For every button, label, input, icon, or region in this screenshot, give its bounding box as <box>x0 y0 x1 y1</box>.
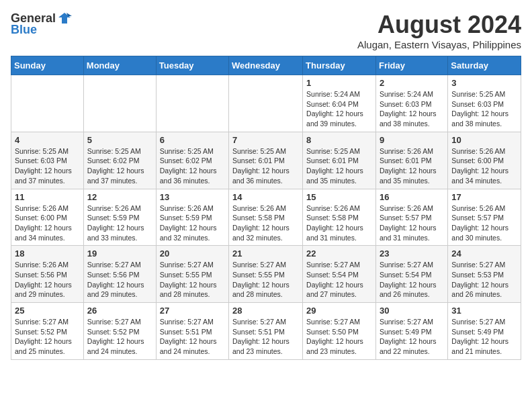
day-info: Sunrise: 5:27 AM Sunset: 5:51 PM Dayligh… <box>160 317 225 357</box>
header-wednesday: Wednesday <box>229 56 303 75</box>
day-info: Sunrise: 5:26 AM Sunset: 5:56 PM Dayligh… <box>15 260 80 300</box>
calendar-cell: 18Sunrise: 5:26 AM Sunset: 5:56 PM Dayli… <box>11 246 84 303</box>
calendar-cell: 15Sunrise: 5:26 AM Sunset: 5:58 PM Dayli… <box>303 189 376 246</box>
calendar-cell: 17Sunrise: 5:26 AM Sunset: 5:57 PM Dayli… <box>448 189 521 246</box>
day-number: 20 <box>160 248 225 259</box>
calendar-subtitle: Alugan, Eastern Visayas, Philippines <box>357 39 521 50</box>
calendar-week-row: 11Sunrise: 5:26 AM Sunset: 6:00 PM Dayli… <box>11 189 521 246</box>
day-info: Sunrise: 5:26 AM Sunset: 5:58 PM Dayligh… <box>306 203 372 243</box>
calendar-cell: 26Sunrise: 5:27 AM Sunset: 5:52 PM Dayli… <box>83 303 156 360</box>
calendar-cell: 22Sunrise: 5:27 AM Sunset: 5:54 PM Dayli… <box>303 246 376 303</box>
day-number: 11 <box>15 192 80 202</box>
day-info: Sunrise: 5:26 AM Sunset: 6:00 PM Dayligh… <box>15 203 80 243</box>
day-number: 23 <box>380 248 444 259</box>
day-number: 10 <box>451 135 517 145</box>
day-info: Sunrise: 5:26 AM Sunset: 5:57 PM Dayligh… <box>451 203 517 243</box>
day-info: Sunrise: 5:27 AM Sunset: 5:49 PM Dayligh… <box>451 317 517 357</box>
calendar-cell: 12Sunrise: 5:26 AM Sunset: 5:59 PM Dayli… <box>83 189 156 246</box>
calendar-cell <box>11 75 84 132</box>
day-info: Sunrise: 5:27 AM Sunset: 5:53 PM Dayligh… <box>451 260 517 300</box>
calendar-cell: 27Sunrise: 5:27 AM Sunset: 5:51 PM Dayli… <box>156 303 228 360</box>
day-number: 4 <box>15 135 80 145</box>
day-number: 29 <box>306 306 372 316</box>
day-number: 26 <box>87 306 152 316</box>
calendar-cell <box>156 75 228 132</box>
day-number: 6 <box>160 135 225 145</box>
day-info: Sunrise: 5:24 AM Sunset: 6:03 PM Dayligh… <box>380 89 444 129</box>
day-info: Sunrise: 5:27 AM Sunset: 5:54 PM Dayligh… <box>306 260 372 300</box>
day-info: Sunrise: 5:27 AM Sunset: 5:56 PM Dayligh… <box>87 260 152 300</box>
day-number: 17 <box>451 192 517 202</box>
calendar-week-row: 18Sunrise: 5:26 AM Sunset: 5:56 PM Dayli… <box>11 246 521 303</box>
day-number: 30 <box>380 306 444 316</box>
calendar-cell: 23Sunrise: 5:27 AM Sunset: 5:54 PM Dayli… <box>375 246 447 303</box>
day-info: Sunrise: 5:25 AM Sunset: 6:02 PM Dayligh… <box>87 146 152 186</box>
header-saturday: Saturday <box>448 56 521 75</box>
day-info: Sunrise: 5:26 AM Sunset: 6:00 PM Dayligh… <box>451 146 517 186</box>
calendar-cell: 31Sunrise: 5:27 AM Sunset: 5:49 PM Dayli… <box>448 303 521 360</box>
day-number: 13 <box>160 192 225 202</box>
day-info: Sunrise: 5:24 AM Sunset: 6:04 PM Dayligh… <box>306 89 372 129</box>
calendar-cell: 2Sunrise: 5:24 AM Sunset: 6:03 PM Daylig… <box>375 75 447 132</box>
calendar-cell: 7Sunrise: 5:25 AM Sunset: 6:01 PM Daylig… <box>229 132 303 189</box>
calendar-cell: 6Sunrise: 5:25 AM Sunset: 6:02 PM Daylig… <box>156 132 228 189</box>
calendar-cell: 8Sunrise: 5:25 AM Sunset: 6:01 PM Daylig… <box>303 132 376 189</box>
logo: General Blue <box>11 11 72 37</box>
calendar-cell <box>229 75 303 132</box>
calendar-cell: 24Sunrise: 5:27 AM Sunset: 5:53 PM Dayli… <box>448 246 521 303</box>
calendar-cell: 14Sunrise: 5:26 AM Sunset: 5:58 PM Dayli… <box>229 189 303 246</box>
day-number: 18 <box>15 248 80 259</box>
day-number: 8 <box>306 135 372 145</box>
day-info: Sunrise: 5:27 AM Sunset: 5:49 PM Dayligh… <box>380 317 444 357</box>
day-info: Sunrise: 5:27 AM Sunset: 5:52 PM Dayligh… <box>87 317 152 357</box>
calendar-cell: 16Sunrise: 5:26 AM Sunset: 5:57 PM Dayli… <box>375 189 447 246</box>
calendar-week-row: 4Sunrise: 5:25 AM Sunset: 6:03 PM Daylig… <box>11 132 521 189</box>
day-number: 5 <box>87 135 152 145</box>
day-number: 27 <box>160 306 225 316</box>
day-number: 21 <box>232 248 299 259</box>
logo-blue: Blue <box>11 23 37 37</box>
header-sunday: Sunday <box>11 56 84 75</box>
calendar-cell: 28Sunrise: 5:27 AM Sunset: 5:51 PM Dayli… <box>229 303 303 360</box>
calendar-table: SundayMondayTuesdayWednesdayThursdayFrid… <box>11 56 521 360</box>
calendar-cell: 5Sunrise: 5:25 AM Sunset: 6:02 PM Daylig… <box>83 132 156 189</box>
calendar-cell: 21Sunrise: 5:27 AM Sunset: 5:55 PM Dayli… <box>229 246 303 303</box>
calendar-cell: 19Sunrise: 5:27 AM Sunset: 5:56 PM Dayli… <box>83 246 156 303</box>
day-number: 1 <box>306 78 372 88</box>
calendar-cell: 20Sunrise: 5:27 AM Sunset: 5:55 PM Dayli… <box>156 246 228 303</box>
day-number: 9 <box>380 135 444 145</box>
day-info: Sunrise: 5:25 AM Sunset: 6:02 PM Dayligh… <box>160 146 225 186</box>
day-number: 28 <box>232 306 299 316</box>
logo-bird-icon <box>57 11 72 26</box>
day-info: Sunrise: 5:25 AM Sunset: 6:01 PM Dayligh… <box>306 146 372 186</box>
day-info: Sunrise: 5:26 AM Sunset: 6:01 PM Dayligh… <box>380 146 444 186</box>
day-info: Sunrise: 5:26 AM Sunset: 5:59 PM Dayligh… <box>160 203 225 243</box>
header-monday: Monday <box>83 56 156 75</box>
day-info: Sunrise: 5:27 AM Sunset: 5:55 PM Dayligh… <box>232 260 299 300</box>
calendar-week-row: 1Sunrise: 5:24 AM Sunset: 6:04 PM Daylig… <box>11 75 521 132</box>
calendar-week-row: 25Sunrise: 5:27 AM Sunset: 5:52 PM Dayli… <box>11 303 521 360</box>
calendar-cell: 4Sunrise: 5:25 AM Sunset: 6:03 PM Daylig… <box>11 132 84 189</box>
day-number: 31 <box>451 306 517 316</box>
header-friday: Friday <box>375 56 447 75</box>
day-info: Sunrise: 5:27 AM Sunset: 5:51 PM Dayligh… <box>232 317 299 357</box>
calendar-cell: 29Sunrise: 5:27 AM Sunset: 5:50 PM Dayli… <box>303 303 376 360</box>
day-info: Sunrise: 5:25 AM Sunset: 6:01 PM Dayligh… <box>232 146 299 186</box>
day-number: 12 <box>87 192 152 202</box>
day-info: Sunrise: 5:26 AM Sunset: 5:58 PM Dayligh… <box>232 203 299 243</box>
day-info: Sunrise: 5:25 AM Sunset: 6:03 PM Dayligh… <box>451 89 517 129</box>
calendar-cell: 11Sunrise: 5:26 AM Sunset: 6:00 PM Dayli… <box>11 189 84 246</box>
day-number: 22 <box>306 248 372 259</box>
calendar-cell: 3Sunrise: 5:25 AM Sunset: 6:03 PM Daylig… <box>448 75 521 132</box>
header-tuesday: Tuesday <box>156 56 228 75</box>
header-thursday: Thursday <box>303 56 376 75</box>
day-number: 14 <box>232 192 299 202</box>
calendar-cell: 10Sunrise: 5:26 AM Sunset: 6:00 PM Dayli… <box>448 132 521 189</box>
calendar-cell: 30Sunrise: 5:27 AM Sunset: 5:49 PM Dayli… <box>375 303 447 360</box>
day-number: 24 <box>451 248 517 259</box>
day-number: 25 <box>15 306 80 316</box>
calendar-cell: 1Sunrise: 5:24 AM Sunset: 6:04 PM Daylig… <box>303 75 376 132</box>
day-number: 16 <box>380 192 444 202</box>
day-info: Sunrise: 5:27 AM Sunset: 5:55 PM Dayligh… <box>160 260 225 300</box>
day-number: 3 <box>451 78 517 88</box>
